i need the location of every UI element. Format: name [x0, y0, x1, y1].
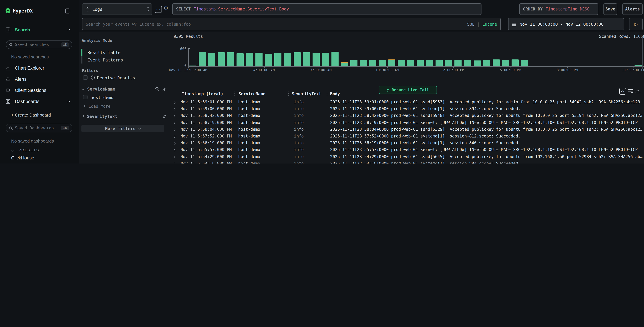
filter-search-icon[interactable]: [155, 87, 160, 91]
histogram-bar[interactable]: [502, 60, 509, 66]
code-toggle-button[interactable]: <>: [155, 6, 162, 13]
lucene-search-input[interactable]: Search your events w/ Lucene ex. column:…: [82, 18, 501, 30]
histogram-bar[interactable]: [492, 59, 500, 66]
col-header-body[interactable]: Body: [328, 92, 644, 96]
table-row[interactable]: Nov 11 5:54:29.000 PMhost-demoinfo2025-1…: [168, 153, 644, 160]
histogram-bar[interactable]: [512, 60, 518, 66]
saved-dashboards-input[interactable]: Saved Dashboards ⌘K: [6, 124, 72, 132]
histogram-bar[interactable]: [237, 53, 244, 66]
table-row[interactable]: Nov 11 5:54:16.000 PMhost-demoinfo2025-1…: [168, 160, 644, 164]
histogram-bar[interactable]: [436, 60, 443, 66]
table-row[interactable]: Nov 11 5:55:57.000 PMhost-demoinfo2025-1…: [168, 146, 644, 153]
histogram-bar[interactable]: [350, 60, 358, 66]
histogram-bar[interactable]: [360, 60, 367, 66]
expand-row-icon[interactable]: [168, 120, 178, 125]
histogram-bar-warn[interactable]: [341, 62, 348, 63]
histogram-bar[interactable]: [474, 60, 481, 66]
histogram-bar[interactable]: [332, 52, 338, 66]
table-row[interactable]: Nov 11 5:57:52.000 PMhost-demoinfo2025-1…: [168, 133, 644, 140]
histogram-bar[interactable]: [256, 53, 263, 66]
histogram-bar[interactable]: [312, 53, 320, 66]
histogram-bar[interactable]: [199, 52, 206, 66]
search-section-collapse-icon[interactable]: [67, 28, 70, 32]
histogram-bar[interactable]: [483, 60, 490, 66]
histogram-bar[interactable]: [265, 54, 272, 66]
col-header-timestamp[interactable]: Timestamp (Local): [178, 92, 236, 96]
expand-row-icon[interactable]: [168, 134, 178, 138]
sidebar-item-chart-explorer[interactable]: Chart Explorer: [15, 66, 44, 70]
col-header-severitytext[interactable]: SeverityText: [292, 92, 328, 96]
histogram-bar[interactable]: [227, 52, 234, 66]
sql-mode-toggle[interactable]: SQL: [467, 22, 474, 26]
source-settings-gear-icon[interactable]: ⚙: [164, 5, 168, 11]
select-columns-input[interactable]: SELECT Timestamp,ServiceName,SeverityTex…: [172, 4, 482, 15]
histogram-bar[interactable]: [388, 60, 395, 66]
sidebar-item-dashboards[interactable]: Dashboards: [15, 99, 40, 104]
sidebar-item-alerts[interactable]: Alerts: [15, 77, 26, 82]
presets-toggle[interactable]: PRESETS: [12, 146, 39, 153]
histogram-bar[interactable]: [407, 60, 414, 66]
expand-row-icon[interactable]: [168, 113, 178, 118]
run-query-button[interactable]: ▷: [629, 18, 643, 30]
table-row[interactable]: Nov 11 5:59:01.000 PMhost-demoinfo2025-1…: [168, 99, 644, 106]
service-name-collapse-icon[interactable]: [82, 88, 84, 90]
sidebar-preset-clickhouse[interactable]: ClickHouse: [11, 154, 68, 162]
source-select[interactable]: Logs: [82, 4, 152, 15]
mode-results-table[interactable]: Results Table: [88, 50, 120, 55]
lucene-mode-toggle[interactable]: Lucene: [482, 22, 497, 26]
histogram-bar[interactable]: [274, 53, 282, 66]
mode-event-patterns[interactable]: Event Patterns: [88, 58, 123, 62]
col-header-servicename[interactable]: ServiceName: [236, 92, 292, 96]
histogram-bar[interactable]: [445, 60, 452, 66]
dashboards-collapse-icon[interactable]: [67, 100, 70, 104]
saved-searches-input[interactable]: Saved Searches ⌘K: [6, 40, 72, 49]
table-row[interactable]: Nov 11 5:56:19.000 PMhost-demoinfo2025-1…: [168, 140, 644, 146]
severity-collapse-icon[interactable]: [82, 114, 84, 118]
sidebar-preset-services[interactable]: Services: [11, 162, 68, 164]
histogram-bar[interactable]: [322, 53, 329, 66]
scrollbar-thumb[interactable]: [642, 36, 643, 68]
histogram-bar[interactable]: [218, 52, 225, 66]
histogram-bar[interactable]: [635, 65, 642, 66]
service-host-demo-checkbox[interactable]: [83, 95, 88, 99]
collapse-sidebar-icon[interactable]: [65, 8, 70, 14]
histogram-bar[interactable]: [284, 53, 291, 66]
histogram-bar[interactable]: [294, 52, 300, 66]
histogram-bar[interactable]: [521, 60, 528, 66]
expand-row-icon[interactable]: [168, 100, 178, 104]
service-name-label[interactable]: ServiceName: [87, 86, 115, 92]
histogram-bar[interactable]: [246, 53, 253, 66]
table-row[interactable]: Nov 11 5:59:00.000 PMhost-demoinfo2025-1…: [168, 106, 644, 112]
sidebar-item-client-sessions[interactable]: Client Sessions: [15, 88, 46, 93]
histogram-bar[interactable]: [341, 63, 348, 66]
column-resize-handle[interactable]: [327, 92, 328, 96]
severity-label[interactable]: SeverityText: [87, 114, 118, 119]
table-row[interactable]: Nov 11 5:58:19.000 PMhost-demoinfo2025-1…: [168, 119, 644, 126]
expand-row-icon[interactable]: [168, 127, 178, 132]
table-row[interactable]: Nov 11 5:58:04.000 PMhost-demoinfo2025-1…: [168, 126, 644, 133]
date-range-picker[interactable]: Nov 11 00:00:00 - Nov 12 00:00:00: [508, 18, 624, 30]
histogram-bar[interactable]: [208, 53, 215, 66]
create-dashboard-button[interactable]: + Create Dashboard: [11, 112, 51, 118]
sidebar-item-search[interactable]: Search: [15, 27, 30, 32]
histogram-bar[interactable]: [189, 66, 196, 66]
expand-row-icon[interactable]: [168, 161, 178, 164]
histogram-bar-warn[interactable]: [388, 60, 395, 60]
pin-icon[interactable]: [162, 87, 166, 91]
column-resize-handle[interactable]: [234, 92, 234, 96]
table-row[interactable]: Nov 11 5:58:42.000 PMhost-demoinfo2025-1…: [168, 112, 644, 119]
expand-row-icon[interactable]: [168, 148, 178, 152]
save-button[interactable]: Save: [604, 4, 617, 15]
alerts-button[interactable]: Alerts: [622, 4, 643, 15]
pin-icon[interactable]: [162, 114, 166, 118]
histogram-bar[interactable]: [426, 60, 433, 66]
histogram-bar[interactable]: [416, 60, 424, 66]
expand-row-icon[interactable]: [168, 106, 178, 111]
histogram-bar[interactable]: [303, 52, 310, 66]
histogram-bar[interactable]: [398, 60, 405, 66]
histogram-bar[interactable]: [379, 60, 386, 66]
column-resize-handle[interactable]: [288, 92, 288, 96]
more-filters-button[interactable]: More filters: [82, 125, 164, 132]
histogram-bar[interactable]: [454, 60, 462, 66]
histogram-bar[interactable]: [369, 60, 376, 66]
